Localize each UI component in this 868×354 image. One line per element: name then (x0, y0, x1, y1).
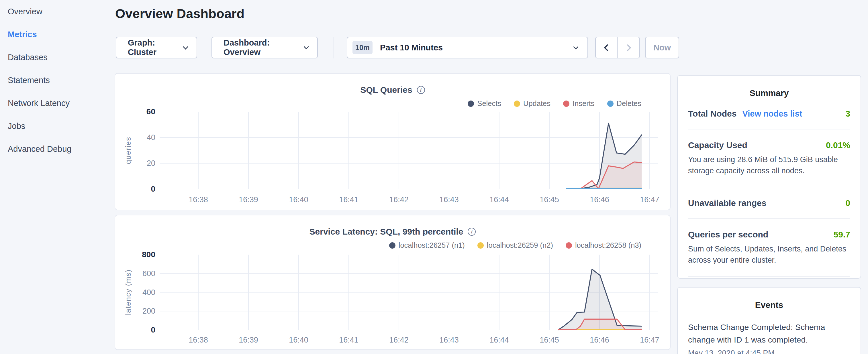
x-tick-label: 16:43 (429, 195, 469, 204)
events-list: Schema Change Completed: Schema change w… (688, 321, 850, 354)
y-tick-label: 600 (127, 269, 155, 278)
graph-dropdown-label: Graph: Cluster (128, 38, 184, 57)
summary-row: Unavailable ranges0 (688, 198, 850, 208)
legend-item[interactable]: localhost:26258 (n3) (566, 241, 641, 250)
view-nodes-list-link[interactable]: View nodes list (742, 109, 802, 119)
sidebar-item-overview[interactable]: Overview (8, 6, 115, 17)
chevron-right-icon (624, 44, 631, 51)
chart-plot[interactable] (160, 112, 658, 189)
legend-dot-icon (477, 242, 484, 249)
prev-time-button[interactable] (596, 37, 617, 58)
legend-label: Deletes (617, 99, 641, 108)
legend-label: Selects (477, 99, 501, 108)
summary-rows: Total NodesView nodes list3Capacity Used… (688, 109, 850, 297)
events-panel: Events Schema Change Completed: Schema c… (677, 287, 861, 354)
y-tick-label: 200 (127, 307, 155, 316)
summary-divider (688, 129, 850, 129)
y-tick-label: 0 (127, 185, 155, 194)
summary-row-value: 0.01% (826, 140, 850, 150)
sidebar-item-jobs[interactable]: Jobs (8, 121, 115, 131)
y-tick-label: 20 (127, 159, 155, 168)
x-tick-label: 16:44 (479, 336, 519, 345)
x-tick-label: 16:41 (329, 195, 369, 204)
y-tick-label: 0 (127, 325, 155, 334)
sidebar-item-statements[interactable]: Statements (8, 75, 115, 85)
summary-row-value: 3 (845, 109, 850, 119)
summary-divider (688, 276, 850, 277)
chart-legend: SelectsUpdatesInsertsDeletes (468, 99, 641, 108)
legend-label: Updates (523, 99, 551, 108)
x-tick-label: 16:42 (379, 195, 419, 204)
legend-item[interactable]: Inserts (563, 99, 595, 108)
summary-row: Queries per second59.7 (688, 230, 850, 239)
legend-dot-icon (566, 242, 572, 249)
page-title: Overview Dashboard (115, 6, 244, 21)
summary-panel: Summary Total NodesView nodes list3Capac… (677, 75, 861, 279)
sidebar-item-network-latency[interactable]: Network Latency (8, 98, 115, 108)
summary-row-label: Queries per second (688, 230, 768, 239)
chart-title-row: SQL Queries i (115, 85, 670, 95)
dashboard-dropdown-label: Dashboard: Overview (223, 38, 305, 57)
sidebar: OverviewMetricsDatabasesStatementsNetwor… (0, 0, 115, 354)
summary-divider (688, 218, 850, 219)
sidebar-item-metrics[interactable]: Metrics (8, 29, 115, 39)
info-icon[interactable]: i (468, 228, 476, 236)
x-tick-label: 16:46 (580, 195, 620, 204)
sql-queries-chart-card: SQL Queries i SelectsUpdatesInsertsDelet… (115, 73, 671, 210)
legend-label: localhost:26259 (n2) (487, 241, 553, 250)
y-tick-label: 40 (127, 133, 155, 142)
summary-divider (688, 187, 850, 187)
summary-title: Summary (688, 88, 850, 98)
legend-label: localhost:26257 (n1) (399, 241, 465, 250)
x-tick-label: 16:40 (279, 195, 319, 204)
chart-legend: localhost:26257 (n1)localhost:26259 (n2)… (389, 241, 641, 250)
now-button[interactable]: Now (645, 37, 679, 58)
legend-item[interactable]: Updates (514, 99, 551, 108)
x-tick-label: 16:39 (228, 195, 269, 204)
summary-row-value: 0 (845, 198, 850, 208)
x-tick-label: 16:38 (178, 195, 218, 204)
graph-dropdown[interactable]: Graph: Cluster (116, 37, 197, 58)
dashboard-dropdown[interactable]: Dashboard: Overview (212, 37, 318, 58)
x-tick-label: 16:45 (529, 336, 569, 345)
legend-item[interactable]: Deletes (607, 99, 641, 108)
info-icon[interactable]: i (417, 86, 425, 94)
legend-item[interactable]: localhost:26257 (n1) (389, 241, 465, 250)
events-title: Events (688, 300, 850, 310)
next-time-button[interactable] (618, 37, 639, 58)
x-tick-label: 16:44 (479, 195, 519, 204)
x-tick-label: 16:39 (228, 336, 269, 345)
legend-dot-icon (514, 100, 520, 107)
sidebar-item-advanced-debug[interactable]: Advanced Debug (8, 144, 115, 154)
y-tick-label: 60 (127, 107, 155, 116)
time-window-label: Past 10 Minutes (380, 43, 443, 53)
legend-dot-icon (389, 242, 396, 249)
summary-row-description: You are using 28.6 MiB of 515.9 GiB usab… (688, 154, 850, 176)
summary-row-label: Total Nodes (688, 109, 737, 119)
chart-title-row: Service Latency: SQL, 99th percentile i (115, 227, 670, 236)
sidebar-item-databases[interactable]: Databases (8, 52, 115, 62)
legend-item[interactable]: Selects (468, 99, 501, 108)
legend-item[interactable]: localhost:26259 (n2) (477, 241, 553, 250)
summary-row-label: Capacity Used (688, 140, 747, 150)
y-axis-unit-label: queries (124, 112, 133, 189)
chart-plot[interactable] (160, 255, 658, 330)
time-pager (595, 37, 640, 58)
x-tick-label: 16:43 (429, 336, 469, 345)
chevron-down-icon (573, 44, 578, 49)
x-tick-label: 16:38 (178, 336, 218, 345)
y-tick-label: 800 (127, 250, 155, 259)
chart-title: SQL Queries (360, 85, 412, 95)
legend-label: Inserts (572, 99, 595, 108)
summary-row: Total NodesView nodes list3 (688, 109, 850, 119)
x-tick-label: 16:46 (580, 336, 620, 345)
time-window-dropdown[interactable]: 10m Past 10 Minutes (347, 37, 588, 58)
x-tick-label: 16:47 (629, 336, 670, 345)
y-tick-label: 400 (127, 288, 155, 297)
x-tick-label: 16:41 (329, 336, 369, 345)
x-tick-label: 16:47 (629, 195, 670, 204)
chevron-left-icon (604, 44, 611, 51)
summary-row: Capacity Used0.01% (688, 140, 850, 150)
x-tick-label: 16:45 (529, 195, 569, 204)
legend-label: localhost:26258 (n3) (575, 241, 641, 250)
